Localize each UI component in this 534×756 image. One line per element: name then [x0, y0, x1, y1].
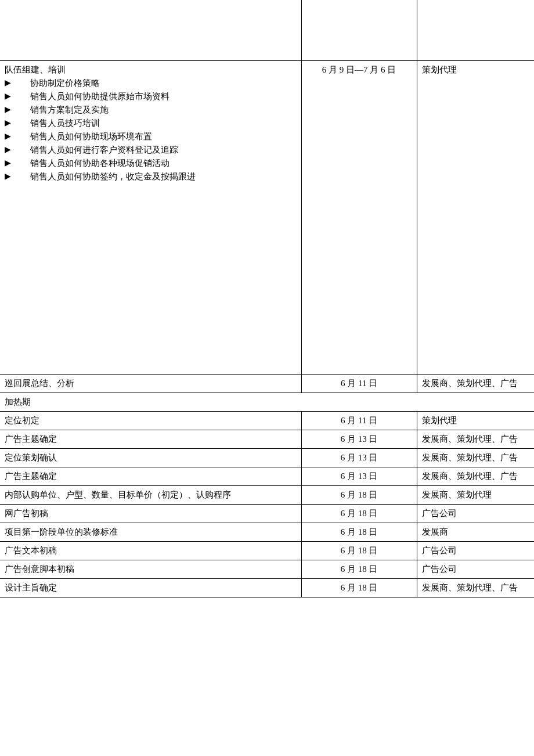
task-cell: 广告创意脚本初稿 [0, 560, 301, 578]
table-row-training: 队伍组建、培训 ▶协助制定价格策略▶销售人员如何协助提供原始市场资料▶销售方案制… [0, 60, 534, 374]
bullet-item: ▶销售人员如何协助现场环境布置 [5, 131, 297, 142]
task-cell: 定位初定 [0, 411, 301, 430]
resp-cell: 策划代理 [417, 411, 534, 430]
date-cell: 6 月 13 日 [301, 448, 417, 467]
bullet-text: 销售人员技巧培训 [30, 118, 297, 129]
task-cell [0, 0, 301, 60]
resp-cell: 发展商、策划代理、广告 [417, 430, 534, 448]
task-cell: 网广告初稿 [0, 504, 301, 523]
task-cell: 定位策划确认 [0, 448, 301, 467]
resp-cell: 发展商、策划代理、广告 [417, 374, 534, 393]
task-cell: 队伍组建、培训 ▶协助制定价格策略▶销售人员如何协助提供原始市场资料▶销售方案制… [0, 60, 301, 374]
bullet-item: ▶销售人员如何进行客户资料登记及追踪 [5, 145, 297, 156]
date-cell [301, 0, 417, 60]
task-cell: 广告主题确定 [0, 430, 301, 448]
resp-cell: 策划代理 [417, 60, 534, 374]
bullet-text: 销售人员如何协助各种现场促销活动 [30, 158, 297, 169]
resp-cell: 发展商、策划代理、广告 [417, 578, 534, 597]
bullet-text: 销售人员如何进行客户资料登记及追踪 [30, 145, 297, 156]
bullet-item: ▶协助制定价格策略 [5, 78, 297, 89]
bullet-icon: ▶ [5, 171, 30, 181]
resp-cell [417, 0, 534, 60]
task-cell: 设计主旨确定 [0, 578, 301, 597]
task-cell: 巡回展总结、分析 [0, 374, 301, 393]
table-row: 内部认购单位、户型、数量、目标单价（初定）、认购程序6 月 18 日发展商、策划… [0, 485, 534, 504]
bullet-text: 销售人员如何协助签约，收定金及按揭跟进 [30, 171, 297, 182]
task-cell: 广告文本初稿 [0, 541, 301, 560]
training-title: 队伍组建、培训 [5, 64, 297, 75]
resp-cell: 发展商 [417, 523, 534, 541]
date-cell: 6 月 9 日—7 月 6 日 [301, 60, 417, 374]
date-cell: 6 月 13 日 [301, 467, 417, 485]
bullet-icon: ▶ [5, 118, 30, 128]
bullet-icon: ▶ [5, 158, 30, 168]
schedule-table: 队伍组建、培训 ▶协助制定价格策略▶销售人员如何协助提供原始市场资料▶销售方案制… [0, 0, 534, 597]
bullet-text: 协助制定价格策略 [30, 78, 297, 89]
table-row: 设计主旨确定6 月 18 日发展商、策划代理、广告 [0, 578, 534, 597]
bullet-text: 销售人员如何协助现场环境布置 [30, 131, 297, 142]
table-row: 广告主题确定6 月 13 日发展商、策划代理、广告 [0, 467, 534, 485]
bullet-item: ▶销售方案制定及实施 [5, 105, 297, 116]
bullet-item: ▶销售人员如何协助签约，收定金及按揭跟进 [5, 171, 297, 182]
resp-cell: 广告公司 [417, 541, 534, 560]
table-row: 项目第一阶段单位的装修标准6 月 18 日发展商 [0, 523, 534, 541]
bullet-text: 销售人员如何协助提供原始市场资料 [30, 91, 297, 102]
bullet-icon: ▶ [5, 131, 30, 141]
date-cell: 6 月 18 日 [301, 485, 417, 504]
date-cell: 6 月 18 日 [301, 560, 417, 578]
resp-cell: 发展商、策划代理、广告 [417, 448, 534, 467]
resp-cell: 发展商、策划代理、广告 [417, 467, 534, 485]
section-header: 加热期 [0, 393, 534, 411]
task-cell: 项目第一阶段单位的装修标准 [0, 523, 301, 541]
resp-cell: 广告公司 [417, 504, 534, 523]
table-row: 定位初定6 月 11 日策划代理 [0, 411, 534, 430]
bullet-item: ▶销售人员如何协助各种现场促销活动 [5, 158, 297, 169]
bullet-text: 销售方案制定及实施 [30, 105, 297, 116]
bullet-icon: ▶ [5, 145, 30, 154]
bullet-item: ▶销售人员如何协助提供原始市场资料 [5, 91, 297, 102]
table-row: 广告创意脚本初稿6 月 18 日广告公司 [0, 560, 534, 578]
date-cell: 6 月 18 日 [301, 541, 417, 560]
table-row: 定位策划确认6 月 13 日发展商、策划代理、广告 [0, 448, 534, 467]
table-row: 网广告初稿6 月 18 日广告公司 [0, 504, 534, 523]
table-row [0, 0, 534, 60]
task-cell: 广告主题确定 [0, 467, 301, 485]
bullet-icon: ▶ [5, 91, 30, 101]
date-cell: 6 月 13 日 [301, 430, 417, 448]
resp-cell: 广告公司 [417, 560, 534, 578]
task-cell: 内部认购单位、户型、数量、目标单价（初定）、认购程序 [0, 485, 301, 504]
date-cell: 6 月 18 日 [301, 504, 417, 523]
date-cell: 6 月 18 日 [301, 523, 417, 541]
date-cell: 6 月 18 日 [301, 578, 417, 597]
date-cell: 6 月 11 日 [301, 411, 417, 430]
bullet-icon: ▶ [5, 105, 30, 114]
bullet-icon: ▶ [5, 78, 30, 88]
table-row: 广告文本初稿6 月 18 日广告公司 [0, 541, 534, 560]
date-cell: 6 月 11 日 [301, 374, 417, 393]
bullet-item: ▶销售人员技巧培训 [5, 118, 297, 129]
table-row: 广告主题确定6 月 13 日发展商、策划代理、广告 [0, 430, 534, 448]
section-header-row: 加热期 [0, 393, 534, 411]
table-row: 巡回展总结、分析 6 月 11 日 发展商、策划代理、广告 [0, 374, 534, 393]
resp-cell: 发展商、策划代理 [417, 485, 534, 504]
